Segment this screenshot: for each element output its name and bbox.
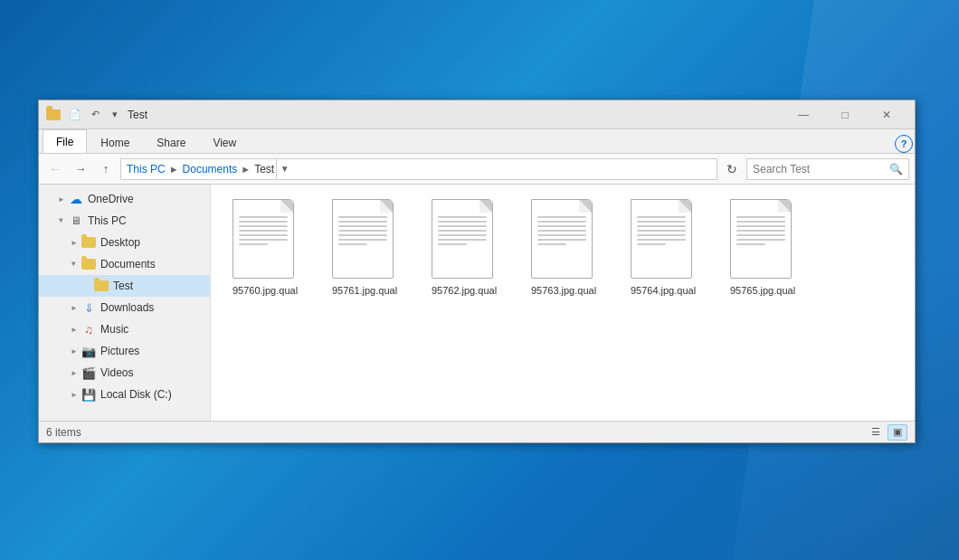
sidebar-label-test: Test [113,280,133,292]
qa-dropdown-btn[interactable]: ▾ [106,106,124,124]
main-area: ► ☁ OneDrive ► 🖥 This PC ► Deskt [39,185,915,421]
minimize-button[interactable]: — [783,100,824,129]
back-button[interactable]: ← [44,158,66,180]
doc-lines [438,216,487,245]
sidebar-label-videos: Videos [100,366,133,379]
doc-lines [239,216,288,245]
breadcrumb-this-pc[interactable]: This PC [127,163,166,176]
tab-home[interactable]: Home [87,131,143,153]
document-shape [631,199,692,279]
file-item[interactable]: 95762.jpg.qual [419,194,509,302]
sidebar-item-test[interactable]: ► Test [39,275,210,297]
refresh-button[interactable]: ↻ [721,158,743,180]
desktop-folder-icon [81,234,97,251]
file-item[interactable]: 95763.jpg.qual [518,194,609,302]
file-item[interactable]: 95760.jpg.qual [220,194,310,302]
file-icon [730,199,795,280]
file-icon [332,199,397,280]
sidebar-item-onedrive[interactable]: ► ☁ OneDrive [39,188,210,210]
ribbon-tabs: File Home Share View ? [39,129,915,153]
doc-lines [338,216,387,245]
file-item[interactable]: 95765.jpg.qual [717,194,808,302]
file-area: 95760.jpg.qual 95761.jpg.qual [211,185,915,421]
documents-folder-icon [81,256,97,272]
videos-icon: 🎬 [81,365,97,381]
sidebar-item-downloads[interactable]: ► ⇓ Downloads [39,297,210,318]
expand-arrow-desktop: ► [68,236,81,249]
doc-lines [637,216,686,245]
view-buttons: ☰ ▣ [866,424,907,441]
search-icon[interactable]: 🔍 [889,163,903,176]
file-icon [432,199,497,280]
sidebar-label-this-pc: This PC [88,214,127,227]
sidebar: ► ☁ OneDrive ► 🖥 This PC ► Deskt [39,185,211,421]
maximize-button[interactable]: □ [824,100,866,129]
document-shape [332,199,394,279]
up-button[interactable]: ↑ [95,158,117,180]
expand-arrow-local-disk: ► [68,388,81,401]
breadcrumb-documents[interactable]: Documents [183,163,238,176]
this-pc-icon: 🖥 [68,213,84,229]
sidebar-label-documents: Documents [100,258,156,271]
tab-share[interactable]: Share [143,131,199,153]
sidebar-item-music[interactable]: ► ♫ Music [39,318,210,340]
disk-icon: 💾 [81,386,97,403]
address-bar: ← → ↑ This PC ► Documents ► Test ▼ ↻ 🔍 [39,154,915,185]
file-name: 95760.jpg.qual [233,284,298,297]
window-title: Test [128,109,783,121]
sidebar-item-desktop[interactable]: ► Desktop [39,232,210,253]
tiles-view-btn[interactable]: ▣ [888,424,907,441]
breadcrumb-test: Test [254,163,274,176]
qa-properties-btn[interactable]: 📄 [66,106,84,124]
sidebar-item-local-disk[interactable]: ► 💾 Local Disk (C:) [39,384,210,405]
document-shape [730,199,792,279]
file-item[interactable]: 95764.jpg.qual [618,194,708,302]
breadcrumb-sep-2: ► [241,164,251,175]
forward-button[interactable]: → [70,158,91,180]
qa-undo-btn[interactable]: ↶ [86,106,104,124]
search-input[interactable] [753,163,889,176]
file-name: 95764.jpg.qual [631,284,696,297]
file-name: 95761.jpg.qual [332,284,397,297]
sidebar-item-this-pc[interactable]: ► 🖥 This PC [39,210,210,232]
file-explorer-window: 📄 ↶ ▾ Test — □ ✕ File Home Share View ? … [38,100,916,443]
expand-arrow-downloads: ► [68,301,81,314]
doc-lines [736,216,785,245]
file-icon [233,199,298,280]
address-path[interactable]: This PC ► Documents ► Test ▼ [120,158,717,180]
details-view-btn[interactable]: ☰ [866,424,886,441]
file-name: 95763.jpg.qual [531,284,596,297]
expand-arrow-documents: ► [68,258,81,271]
sidebar-label-local-disk: Local Disk (C:) [100,388,172,401]
onedrive-icon: ☁ [68,191,84,207]
sidebar-label-downloads: Downloads [100,301,154,314]
window-controls: — □ ✕ [783,100,907,129]
title-bar: 📄 ↶ ▾ Test — □ ✕ [39,100,915,129]
tab-file[interactable]: File [43,129,87,153]
expand-arrow-onedrive: ► [55,193,68,205]
window-icon [46,108,61,122]
sidebar-item-videos[interactable]: ► 🎬 Videos [39,362,210,384]
file-item[interactable]: 95761.jpg.qual [319,194,410,302]
doc-lines [537,216,586,245]
tab-view[interactable]: View [199,131,250,153]
ribbon-help-btn[interactable]: ? [895,135,913,153]
file-icon [531,199,596,280]
document-shape [432,199,493,279]
sidebar-label-music: Music [100,323,128,336]
sidebar-label-pictures: Pictures [100,345,139,357]
address-dropdown-btn[interactable]: ▼ [276,158,292,180]
file-name: 95765.jpg.qual [730,284,795,297]
sidebar-label-onedrive: OneDrive [88,193,134,205]
sidebar-item-pictures[interactable]: ► 📷 Pictures [39,340,210,362]
breadcrumb-sep-1: ► [169,164,179,175]
expand-arrow-videos: ► [68,366,81,379]
search-box[interactable]: 🔍 [746,158,909,180]
downloads-icon: ⇓ [81,299,97,316]
close-button[interactable]: ✕ [866,100,907,129]
expand-arrow-this-pc: ► [55,214,68,227]
sidebar-item-documents[interactable]: ► Documents [39,253,210,275]
file-name: 95762.jpg.qual [432,284,497,297]
pictures-icon: 📷 [81,343,97,359]
item-count: 6 items [46,426,81,439]
